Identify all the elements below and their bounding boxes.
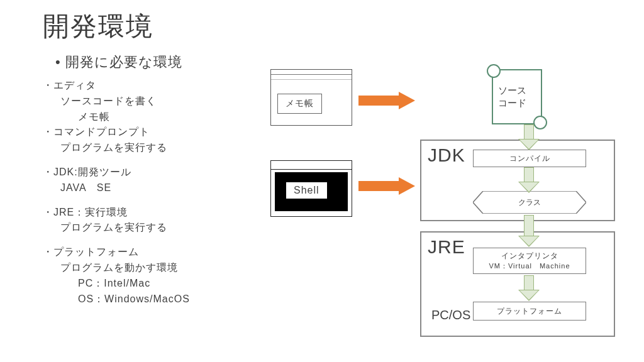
arrow-class-to-interp (518, 215, 540, 248)
bullet-cmd-desc: プログラムを実行する (43, 140, 190, 156)
arrow-source-to-compile (518, 124, 540, 151)
platform-box: プラットフォーム (473, 302, 586, 321)
bullet-platform-pc: PC：Intel/Mac (43, 276, 190, 292)
bullet-jre-desc: プログラムを実行する (43, 220, 190, 236)
arrow-notepad-to-source (358, 92, 415, 109)
notepad-window: メモ帳 (270, 69, 352, 126)
bullet-jdk-desc: JAVA SE (43, 180, 190, 196)
compile-box: コンパイル (473, 150, 586, 167)
shell-label: Shell (286, 182, 327, 199)
bullet-editor: ・エディタ (43, 78, 190, 94)
bullet-cmd: ・コマンドプロンプト (43, 124, 190, 140)
jre-tag: JRE (428, 236, 465, 258)
bullet-editor-desc: ソースコードを書く (43, 94, 190, 109)
bullet-editor-app: メモ帳 (43, 109, 190, 125)
slide-subtitle: • 開発に必要な環境 (55, 53, 182, 72)
slide-title: 開発環境 (43, 9, 153, 44)
notepad-titlebar (271, 70, 352, 75)
bullet-jre: ・JRE：実行環境 (43, 205, 190, 221)
class-hex: クラス (473, 191, 586, 214)
jdk-tag: JDK (428, 145, 465, 166)
bullet-platform: ・プラットフォーム (43, 244, 190, 260)
arrow-shell-to-jre (358, 177, 415, 195)
arrow-interp-to-platform (518, 275, 540, 302)
diagram-area: メモ帳 Shell ソース コード JDK JRE PC/OS コンパイル (270, 65, 629, 354)
bullet-platform-os: OS：Windows/MacOS (43, 292, 190, 307)
notepad-label: メモ帳 (277, 94, 322, 114)
bullet-jdk: ・JDK:開発ツール (43, 165, 190, 180)
arrow-compile-to-class (518, 167, 540, 194)
notepad-menubar (271, 75, 352, 80)
bullet-platform-desc: プログラムを動かす環境 (43, 260, 190, 276)
pcos-label: PC/OS (431, 308, 470, 322)
bullet-list: ・エディタ ソースコードを書く メモ帳 ・コマンドプロンプト プログラムを実行す… (43, 78, 190, 315)
interpreter-box: インタプリンタ VM：Virtual Machine (473, 248, 586, 274)
source-code-line2: コード (498, 97, 526, 109)
source-code-line1: ソース (498, 84, 526, 97)
shell-titlebar (271, 161, 352, 170)
shell-window: Shell (270, 160, 352, 217)
source-code-shape: ソース コード (492, 69, 542, 124)
